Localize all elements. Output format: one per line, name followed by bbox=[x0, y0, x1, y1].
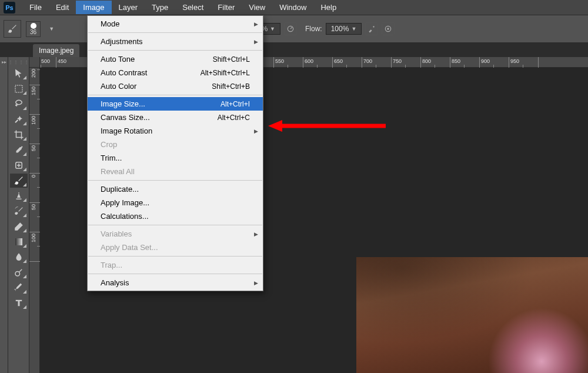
ruler-tick: 150 bbox=[29, 85, 40, 115]
ruler-tick: 500 bbox=[40, 57, 56, 68]
menu-view[interactable]: View bbox=[242, 1, 272, 14]
menu-item-auto-tone[interactable]: Auto ToneShift+Ctrl+L bbox=[88, 52, 263, 66]
tool-blur[interactable] bbox=[10, 250, 28, 264]
ruler-tick: 100 bbox=[29, 115, 40, 144]
app-logo: Ps bbox=[4, 2, 15, 14]
tablet-pressure-size-icon[interactable] bbox=[382, 22, 395, 35]
annotation-arrow bbox=[268, 119, 386, 133]
chevron-down-icon: ▼ bbox=[270, 26, 275, 32]
tool-brush[interactable] bbox=[10, 174, 28, 188]
ruler-tick: 700 bbox=[362, 57, 392, 68]
tool-marquee[interactable] bbox=[10, 82, 28, 96]
menu-item-label: Trap... bbox=[101, 261, 122, 269]
menu-item-trim[interactable]: Trim... bbox=[88, 151, 263, 165]
panel-collapse-rail[interactable]: ▸▸ bbox=[0, 57, 8, 373]
menu-type[interactable]: Type bbox=[145, 1, 175, 14]
flow-value-field[interactable]: 100%▼ bbox=[326, 23, 362, 35]
menu-item-label: Apply Data Set... bbox=[101, 243, 158, 252]
menu-item-image-size[interactable]: Image Size...Alt+Ctrl+I bbox=[88, 97, 263, 111]
airbrush-icon[interactable] bbox=[365, 22, 378, 35]
menu-separator bbox=[88, 32, 262, 33]
menu-item-mode[interactable]: Mode bbox=[88, 17, 263, 31]
ruler-tick: 50 bbox=[29, 144, 40, 174]
tool-gradient[interactable] bbox=[10, 235, 28, 249]
menu-item-label: Auto Color bbox=[101, 82, 136, 91]
tool-preset-picker[interactable] bbox=[4, 20, 21, 38]
tool-healing-brush[interactable] bbox=[10, 158, 28, 172]
tool-crop[interactable] bbox=[10, 128, 28, 142]
flow-label: Flow: bbox=[305, 25, 322, 33]
menu-item-label: Trim... bbox=[101, 154, 122, 162]
svg-marker-9 bbox=[268, 120, 282, 132]
menu-separator bbox=[88, 225, 262, 225]
menu-item-shortcut: Alt+Ctrl+C bbox=[218, 114, 250, 122]
tool-pen[interactable] bbox=[10, 281, 28, 295]
menu-item-label: Apply Image... bbox=[101, 198, 149, 207]
tool-clone-stamp[interactable] bbox=[10, 189, 28, 203]
menu-window[interactable]: Window bbox=[272, 1, 313, 14]
menu-item-label: Duplicate... bbox=[101, 185, 139, 194]
tablet-pressure-opacity-icon[interactable] bbox=[284, 22, 297, 35]
menu-select[interactable]: Select bbox=[175, 1, 211, 14]
menu-item-label: Analysis bbox=[101, 278, 129, 287]
menu-item-canvas-size[interactable]: Canvas Size...Alt+Ctrl+C bbox=[88, 111, 263, 124]
menu-image[interactable]: Image bbox=[76, 1, 111, 14]
menu-item-auto-color[interactable]: Auto ColorShift+Ctrl+B bbox=[88, 79, 263, 93]
ruler-tick: 800 bbox=[421, 57, 450, 68]
ruler-tick: 750 bbox=[392, 57, 421, 68]
tools-panel: ⋮⋮⋮⋮ bbox=[8, 57, 29, 373]
menu-item-shortcut: Alt+Shift+Ctrl+L bbox=[201, 69, 250, 77]
ruler-tick: 0 bbox=[29, 174, 40, 203]
menu-item-label: Calculations... bbox=[101, 212, 149, 221]
menu-item-shortcut: Shift+Ctrl+L bbox=[213, 55, 250, 64]
menu-item-trap: Trap... bbox=[88, 258, 263, 272]
menu-item-duplicate[interactable]: Duplicate... bbox=[88, 182, 263, 196]
menu-item-label: Adjustments bbox=[101, 37, 143, 46]
ruler-tick: 550 bbox=[274, 57, 303, 68]
menu-edit[interactable]: Edit bbox=[49, 1, 76, 14]
menu-filter[interactable]: Filter bbox=[211, 1, 242, 14]
menu-item-label: Canvas Size... bbox=[101, 113, 150, 122]
svg-point-7 bbox=[15, 272, 20, 277]
menu-layer[interactable]: Layer bbox=[112, 1, 145, 14]
tool-eyedropper[interactable] bbox=[10, 143, 28, 157]
tool-magic-wand[interactable] bbox=[10, 112, 28, 126]
menu-item-label: Auto Tone bbox=[101, 55, 135, 64]
menu-item-label: Variables bbox=[101, 229, 132, 238]
menu-file[interactable]: File bbox=[22, 1, 49, 14]
ruler-origin[interactable] bbox=[29, 57, 40, 68]
svg-point-3 bbox=[387, 28, 390, 30]
tool-text[interactable] bbox=[10, 296, 28, 310]
brush-preset-thumbnail[interactable]: 36 bbox=[26, 21, 41, 37]
tool-move[interactable] bbox=[10, 66, 28, 81]
menu-item-analysis[interactable]: Analysis bbox=[88, 276, 263, 289]
flow-value: 100% bbox=[331, 25, 349, 33]
menu-separator bbox=[88, 256, 262, 257]
menu-item-reveal-all: Reveal All bbox=[88, 165, 263, 178]
ruler-tick: 900 bbox=[480, 57, 509, 68]
menu-item-label: Mode bbox=[101, 19, 120, 28]
menu-item-apply-image[interactable]: Apply Image... bbox=[88, 196, 263, 209]
ruler-vertical[interactable]: 20015010050050100 bbox=[29, 68, 40, 373]
tool-eraser[interactable] bbox=[10, 219, 28, 234]
menu-item-image-rotation[interactable]: Image Rotation bbox=[88, 124, 263, 138]
panel-grip-icon[interactable]: ⋮⋮⋮⋮ bbox=[8, 59, 29, 65]
document-title: Image.jpeg bbox=[39, 46, 74, 55]
menu-item-label: Reveal All bbox=[101, 167, 135, 176]
document-image bbox=[356, 257, 588, 373]
menu-separator bbox=[88, 274, 262, 274]
ruler-tick: 100 bbox=[29, 232, 40, 262]
chevron-down-icon[interactable]: ▼ bbox=[49, 26, 54, 32]
tool-dodge[interactable] bbox=[10, 265, 28, 279]
menu-item-auto-contrast[interactable]: Auto ContrastAlt+Shift+Ctrl+L bbox=[88, 66, 263, 79]
menu-help[interactable]: Help bbox=[313, 1, 343, 14]
svg-point-1 bbox=[373, 26, 375, 27]
document-tab[interactable]: Image.jpeg bbox=[33, 44, 79, 57]
menu-item-adjustments[interactable]: Adjustments bbox=[88, 35, 263, 48]
tool-history-brush[interactable] bbox=[10, 204, 28, 218]
menu-item-shortcut: Shift+Ctrl+B bbox=[212, 82, 250, 91]
tool-lasso[interactable] bbox=[10, 97, 28, 111]
menu-item-label: Crop bbox=[101, 140, 117, 149]
menu-item-calculations[interactable]: Calculations... bbox=[88, 209, 263, 223]
menu-item-variables: Variables bbox=[88, 227, 263, 241]
